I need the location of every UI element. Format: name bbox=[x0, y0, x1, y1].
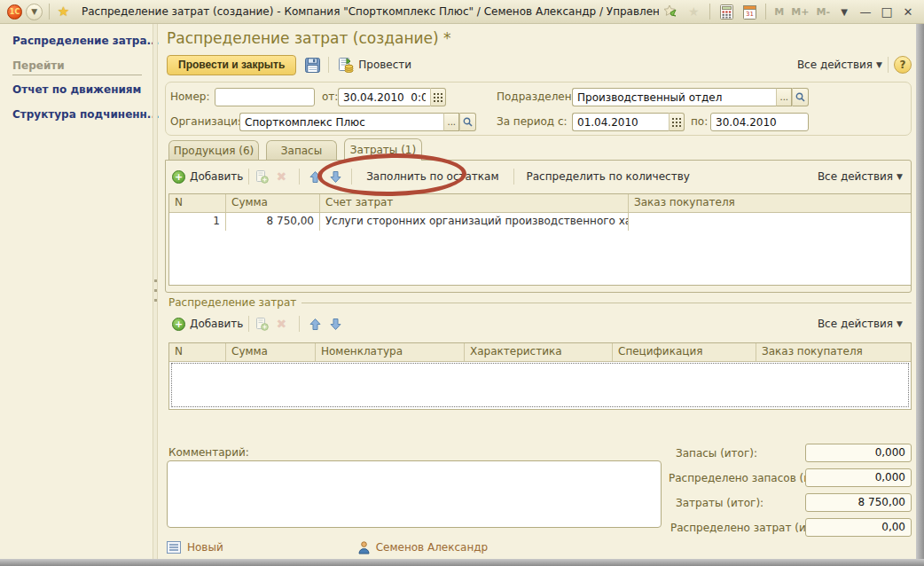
window-border-right bbox=[916, 24, 924, 566]
number-input[interactable] bbox=[215, 88, 315, 106]
costs-total-label: Затраты (итог): bbox=[676, 497, 763, 509]
costs-add-button[interactable]: + Добавить bbox=[172, 170, 243, 184]
chevron-down-icon: ▼ bbox=[876, 60, 882, 69]
post-button-label: Провести bbox=[358, 59, 411, 71]
memory-minus-button[interactable]: M- bbox=[816, 6, 830, 18]
organization-label: Организация: bbox=[170, 115, 247, 128]
add-favorite-icon[interactable] bbox=[661, 3, 680, 20]
distribution-toolbar: + Добавить ✖ bbox=[172, 312, 438, 335]
costs-total-field: 8 750,00 bbox=[805, 493, 912, 512]
page-title: Распределение затрат (создание) * bbox=[167, 29, 451, 47]
organization-input[interactable] bbox=[239, 113, 443, 131]
sidebar-splitter[interactable] bbox=[153, 24, 158, 566]
toolbar-overflow-chevron-icon[interactable]: ▼ bbox=[834, 7, 855, 17]
column-header[interactable]: N bbox=[169, 343, 226, 361]
period-from-input[interactable] bbox=[572, 113, 669, 131]
department-input[interactable] bbox=[572, 88, 776, 106]
cell-order[interactable] bbox=[629, 213, 911, 231]
empty-table-focus-area[interactable] bbox=[171, 363, 909, 407]
user-name-text: Семенов Александр bbox=[376, 541, 489, 554]
period-from-label: За период с: bbox=[497, 115, 568, 128]
costs-table-header: N Сумма Счет затрат Заказ покупателя bbox=[169, 194, 911, 213]
copy-icon bbox=[254, 317, 269, 331]
sidebar-item-current-document[interactable]: Распределение затра... bbox=[12, 35, 153, 47]
distribution-all-actions-button[interactable]: Все действия ▼ bbox=[818, 318, 903, 330]
help-button[interactable]: ? bbox=[894, 56, 912, 74]
divider bbox=[248, 316, 249, 332]
post-and-close-button[interactable]: Провести и закрыть bbox=[167, 55, 296, 75]
period-to-input[interactable] bbox=[710, 113, 809, 131]
favorites-star-icon[interactable]: ★ bbox=[56, 3, 71, 20]
distribution-table[interactable]: N Сумма Номенклатура Характеристика Спец… bbox=[168, 342, 912, 410]
department-select-button[interactable]: ... bbox=[776, 88, 792, 106]
star-icon-disabled: ★ bbox=[684, 3, 703, 20]
divider bbox=[709, 4, 710, 20]
organization-select-button[interactable]: ... bbox=[443, 113, 459, 131]
column-header[interactable]: Сумма bbox=[226, 343, 316, 361]
department-search-icon[interactable] bbox=[792, 88, 809, 106]
move-down-button[interactable] bbox=[329, 318, 342, 331]
cell-sum[interactable]: 8 750,00 bbox=[226, 213, 320, 231]
column-header[interactable]: Заказ покупателя bbox=[629, 194, 911, 212]
window-title: Распределение затрат (создание) - Компан… bbox=[82, 5, 659, 18]
comment-input[interactable] bbox=[167, 460, 662, 528]
divider bbox=[765, 4, 766, 20]
distribution-table-header: N Сумма Номенклатура Характеристика Спец… bbox=[169, 343, 911, 362]
cell-n[interactable]: 1 bbox=[169, 213, 226, 231]
distribution-all-actions-label: Все действия bbox=[818, 318, 893, 330]
sidebar: Распределение затра... Перейти Отчет по … bbox=[0, 24, 153, 566]
svg-text:31: 31 bbox=[746, 11, 754, 18]
calculator-icon[interactable] bbox=[716, 3, 736, 20]
divider bbox=[328, 57, 329, 73]
move-up-button[interactable] bbox=[309, 318, 322, 331]
delete-icon: ✖ bbox=[276, 169, 286, 184]
divider bbox=[248, 169, 249, 185]
maximize-button[interactable]: □ bbox=[876, 4, 897, 19]
divider bbox=[49, 4, 50, 20]
tab-stock[interactable]: Запасы bbox=[266, 140, 337, 160]
all-actions-label: Все действия bbox=[797, 59, 873, 71]
costs-add-label: Добавить bbox=[190, 170, 243, 183]
close-button[interactable]: ✕ bbox=[897, 5, 919, 19]
column-header[interactable]: Заказ покупателя bbox=[756, 343, 911, 361]
date-picker-button[interactable] bbox=[430, 88, 446, 106]
column-header[interactable]: Номенклатура bbox=[316, 343, 465, 361]
delete-icon: ✖ bbox=[276, 317, 286, 331]
divider bbox=[888, 57, 889, 73]
column-header[interactable]: Спецификация bbox=[613, 343, 756, 361]
memory-recall-button[interactable]: M bbox=[774, 6, 784, 18]
post-button[interactable]: Провести bbox=[334, 56, 415, 75]
post-icon bbox=[338, 58, 354, 73]
table-row[interactable]: 1 8 750,00 Услуги сторонних организаций … bbox=[169, 213, 911, 231]
sidebar-item-subordination-structure[interactable]: Структура подчиненн... bbox=[12, 108, 153, 121]
column-header[interactable]: Счет затрат bbox=[320, 194, 629, 212]
all-actions-button[interactable]: Все действия ▼ bbox=[797, 59, 882, 71]
period-to-label: по: bbox=[691, 115, 708, 128]
main-menu-button[interactable]: ▼ bbox=[26, 3, 43, 20]
stock-total-field: 0,000 bbox=[805, 444, 912, 462]
chevron-down-icon: ▼ bbox=[897, 319, 903, 328]
tab-products[interactable]: Продукция (6) bbox=[168, 140, 259, 160]
date-input[interactable] bbox=[338, 88, 430, 106]
organization-search-icon[interactable] bbox=[459, 113, 476, 131]
cell-account[interactable]: Услуги сторонних организаций производств… bbox=[320, 213, 629, 231]
distributed-costs-total-field: 0,00 bbox=[805, 518, 912, 537]
stock-total-label: Запасы (итог): bbox=[676, 447, 757, 460]
distribute-by-quantity-button[interactable]: Распределить по количеству bbox=[523, 169, 693, 185]
costs-table[interactable]: N Сумма Счет затрат Заказ покупателя 1 8… bbox=[168, 193, 912, 286]
sidebar-item-movements-report[interactable]: Отчет по движениям bbox=[12, 83, 153, 96]
costs-all-actions-button[interactable]: Все действия ▼ bbox=[818, 170, 903, 183]
distribution-add-button[interactable]: + Добавить bbox=[172, 318, 243, 331]
save-button[interactable] bbox=[301, 55, 323, 75]
window-border-bottom bbox=[0, 559, 924, 566]
minimize-button[interactable]: — bbox=[855, 5, 876, 19]
column-header[interactable]: Характеристика bbox=[465, 343, 613, 361]
calendar-icon[interactable]: 31 bbox=[740, 3, 759, 20]
column-header[interactable]: Сумма bbox=[226, 194, 320, 212]
period-from-picker-button[interactable] bbox=[669, 113, 685, 131]
document-state-icon bbox=[167, 541, 181, 554]
memory-plus-button[interactable]: M+ bbox=[791, 6, 809, 18]
costs-toolbar: + Добавить ✖ Заполнить по остаткам Распр… bbox=[172, 165, 793, 188]
divider bbox=[270, 303, 912, 303]
column-header[interactable]: N bbox=[169, 194, 226, 212]
